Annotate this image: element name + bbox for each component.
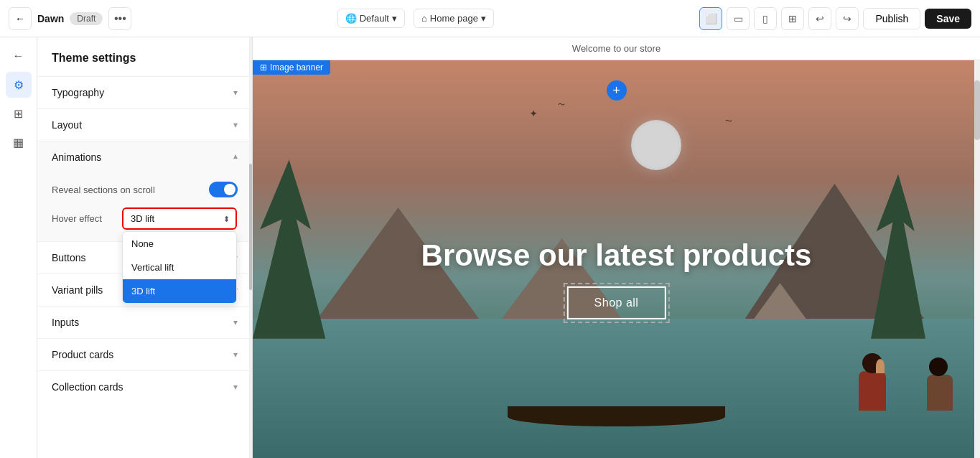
- topbar: ← Dawn Draft ••• 🌐 Default ▾ ⌂ Home page…: [0, 0, 980, 37]
- dropdown-option-none[interactable]: None: [123, 232, 236, 256]
- sidebar-item-inputs[interactable]: Inputs ▾: [37, 306, 252, 338]
- canvas-scrollbar[interactable]: [974, 60, 980, 458]
- collection-cards-label: Collection cards: [52, 381, 123, 393]
- select-value: 3D lift: [131, 213, 154, 224]
- mobile-icon: ▯: [762, 13, 768, 24]
- moon: [631, 120, 681, 170]
- redo-button[interactable]: ↪: [836, 7, 859, 30]
- hover-effect-select-wrapper: 3D lift ⬍ None Vertical lift 3D lift: [122, 207, 237, 230]
- sidebar-scroll-thumb[interactable]: [249, 164, 252, 290]
- sidebar: Theme settings Typography ▾ Layout ▾ Ani…: [37, 37, 253, 458]
- add-section-button[interactable]: +: [607, 80, 627, 101]
- desktop-icon: ⬜: [705, 13, 717, 24]
- reveal-scroll-label: Reveal sections on scroll: [52, 184, 155, 195]
- canvas-scrollbar-thumb[interactable]: [974, 80, 980, 140]
- person-left-head: [929, 357, 948, 376]
- sidebar-item-typography[interactable]: Typography ▾: [37, 76, 252, 108]
- rail-apps-icon: ▦: [13, 136, 24, 149]
- inputs-chevron: ▾: [233, 317, 238, 327]
- tablet-view-button[interactable]: ▭: [727, 7, 750, 30]
- animations-chevron: ▾: [233, 152, 238, 162]
- select-arrow-icon: ⬍: [223, 214, 230, 223]
- topbar-center: 🌐 Default ▾ ⌂ Home page ▾: [137, 9, 694, 28]
- tablet-icon: ▭: [734, 13, 743, 24]
- dropdown-option-3dlift[interactable]: 3D lift: [123, 279, 236, 303]
- undo-button[interactable]: ↩: [808, 7, 831, 30]
- redo-icon: ↪: [843, 13, 851, 24]
- layout-label: Layout: [52, 119, 82, 131]
- globe-icon: 🌐: [345, 13, 357, 24]
- default-label: Default: [360, 13, 389, 24]
- chevron-down-icon: ▾: [392, 13, 397, 24]
- rail-apps-button[interactable]: ▦: [6, 129, 32, 155]
- default-button[interactable]: 🌐 Default ▾: [337, 9, 405, 28]
- toggle-knob: [224, 184, 235, 195]
- plus-icon: +: [612, 83, 620, 98]
- rail-settings-icon: ⚙: [14, 78, 24, 92]
- reveal-scroll-toggle[interactable]: [209, 182, 238, 197]
- bird3: 〜: [725, 116, 732, 126]
- variant-pills-label: Variant pills: [52, 284, 103, 296]
- banner-text-overlay: Browse our latest products Shop all: [325, 239, 907, 319]
- banner-headline: Browse our latest products: [325, 239, 907, 272]
- welcome-bar: Welcome to our store: [253, 37, 980, 60]
- animations-header[interactable]: Animations ▾: [37, 141, 252, 173]
- more-icon: •••: [114, 12, 126, 25]
- grid-icon: ⊞: [788, 13, 797, 24]
- person-left: [923, 357, 958, 411]
- back-button[interactable]: ←: [9, 7, 32, 30]
- collection-cards-chevron: ▾: [233, 382, 238, 392]
- sidebar-title: Theme settings: [37, 37, 252, 76]
- banner-container: ⊞ Image banner + ✦ 〜 〜: [253, 60, 980, 458]
- hover-effect-label: Hover effect: [52, 213, 116, 224]
- desktop-view-button[interactable]: ⬜: [699, 7, 722, 30]
- animations-label: Animations: [52, 151, 101, 163]
- sidebar-scroll-track: [249, 37, 252, 458]
- main-area: ← ⚙ ⊞ ▦ Theme settings Typography ▾ Layo…: [0, 37, 980, 458]
- rail-back-icon: ←: [13, 50, 24, 62]
- topbar-right: ⬜ ▭ ▯ ⊞ ↩ ↪ Publish Save: [699, 7, 971, 30]
- image-banner-text: Image banner: [270, 62, 323, 73]
- landscape-illustration: ✦ 〜 〜: [253, 60, 980, 458]
- sidebar-item-collection-cards[interactable]: Collection cards ▾: [37, 370, 252, 403]
- homepage-label: Home page: [430, 13, 478, 24]
- bird2: 〜: [558, 100, 565, 110]
- undo-icon: ↩: [816, 13, 824, 24]
- person-left-body: [927, 375, 953, 411]
- layout-chevron: ▾: [233, 120, 238, 130]
- publish-button[interactable]: Publish: [863, 8, 920, 29]
- topbar-left: ← Dawn Draft •••: [9, 7, 131, 30]
- person-right-arm: [876, 359, 885, 373]
- rail-sections-icon: ⊞: [14, 107, 23, 121]
- rail-sections-button[interactable]: ⊞: [6, 101, 32, 126]
- icon-rail: ← ⚙ ⊞ ▦: [0, 37, 37, 458]
- inputs-label: Inputs: [52, 317, 79, 328]
- hover-effect-select[interactable]: 3D lift ⬍: [122, 207, 237, 230]
- more-button[interactable]: •••: [108, 7, 131, 30]
- hover-effect-row: Hover effect 3D lift ⬍ None Vertical lif…: [52, 207, 238, 230]
- boat-hull: [508, 406, 726, 426]
- dropdown-option-vertical[interactable]: Vertical lift: [123, 256, 236, 279]
- homepage-button[interactable]: ⌂ Home page ▾: [414, 9, 494, 28]
- home-icon: ⌂: [421, 13, 427, 24]
- sidebar-item-product-cards[interactable]: Product cards ▾: [37, 338, 252, 370]
- grid-view-button[interactable]: ⊞: [781, 7, 804, 30]
- animations-body: Reveal sections on scroll Hover effect 3…: [37, 173, 252, 241]
- rail-back-button[interactable]: ←: [6, 43, 32, 69]
- back-icon: ←: [15, 13, 25, 24]
- save-button[interactable]: Save: [925, 9, 971, 29]
- animations-section: Animations ▾ Reveal sections on scroll H…: [37, 141, 252, 241]
- shop-all-button[interactable]: Shop all: [567, 286, 666, 319]
- mobile-view-button[interactable]: ▯: [754, 7, 777, 30]
- draft-badge: Draft: [70, 12, 103, 25]
- canvas-area: Welcome to our store ⊞ Image banner + ✦ …: [253, 37, 980, 458]
- reveal-scroll-row: Reveal sections on scroll: [52, 182, 238, 197]
- product-cards-chevron: ▾: [233, 350, 238, 360]
- rail-settings-button[interactable]: ⚙: [6, 72, 32, 98]
- person-right-body: [859, 371, 886, 411]
- image-banner-label[interactable]: ⊞ Image banner: [253, 60, 330, 75]
- buttons-label: Buttons: [52, 252, 85, 263]
- sidebar-item-layout[interactable]: Layout ▾: [37, 108, 252, 141]
- product-cards-label: Product cards: [52, 349, 113, 360]
- hover-effect-dropdown: None Vertical lift 3D lift: [122, 231, 237, 304]
